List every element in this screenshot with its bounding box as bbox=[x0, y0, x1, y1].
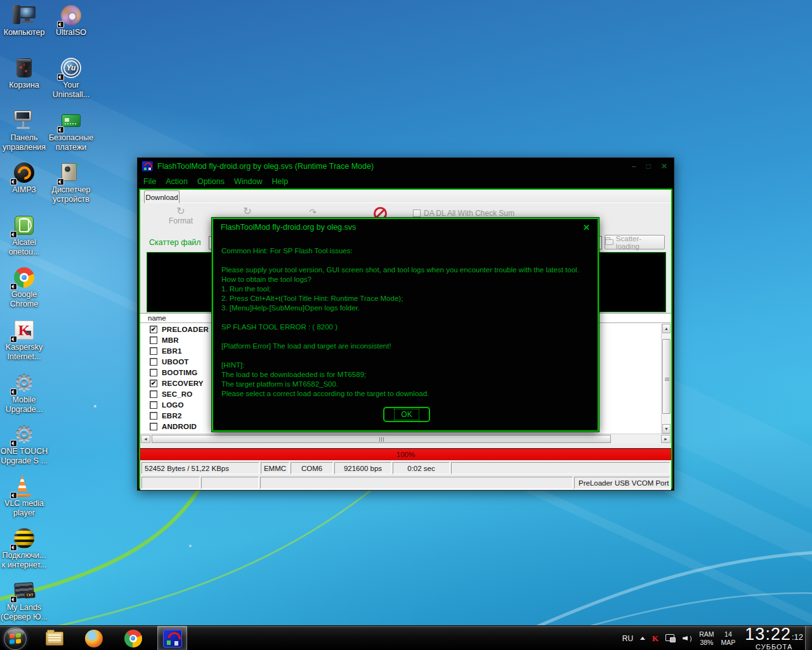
maximize-button[interactable]: □ bbox=[646, 162, 651, 170]
dialog-text-line: [Platform Error] The load and target are… bbox=[221, 342, 590, 352]
taskbar-firefox-button[interactable] bbox=[79, 626, 108, 650]
desktop-icon-alcatel[interactable]: Alcatel onetou... bbox=[0, 214, 48, 257]
menu-file[interactable]: File bbox=[143, 177, 156, 186]
partition-checkbox[interactable]: ✔ bbox=[150, 380, 157, 387]
partition-checkbox[interactable] bbox=[150, 336, 157, 344]
desktop-icon-mobile-upgrade[interactable]: ⚙ Mobile Upgrade... bbox=[0, 371, 48, 415]
scatter-loading-button[interactable]: Scatter-loading bbox=[605, 235, 665, 249]
scroll-down-arrow[interactable]: ▼ bbox=[662, 424, 671, 434]
date-indicator[interactable]: 14 МАР bbox=[721, 630, 736, 646]
menu-window[interactable]: Window bbox=[234, 177, 262, 186]
desktop-icon-aimp3[interactable]: AIMP3 bbox=[0, 161, 48, 195]
alcatel-icon bbox=[11, 214, 37, 237]
desktop-icon-label: Your Uninstall... bbox=[47, 81, 95, 100]
status-bar: 52452 Bytes / 51,22 KBps EMMC COM6 92160… bbox=[140, 461, 671, 475]
partition-checkbox[interactable] bbox=[150, 401, 157, 409]
partition-name: SEC_RO bbox=[162, 390, 193, 398]
partition-checkbox[interactable] bbox=[150, 369, 157, 376]
partition-checkbox[interactable] bbox=[150, 347, 157, 355]
horizontal-scrollbar[interactable]: ◄ ► bbox=[140, 434, 671, 444]
volume-icon[interactable] bbox=[683, 634, 692, 642]
partition-name: EBR1 bbox=[162, 347, 181, 355]
partition-checkbox[interactable] bbox=[150, 358, 157, 366]
taskbar-chrome-button[interactable] bbox=[118, 626, 148, 650]
network-icon[interactable] bbox=[665, 634, 676, 642]
dialog-text-line: SP FLASH TOOL ERROR : ( 8200 ) bbox=[221, 323, 590, 333]
dialog-close-icon[interactable]: ✕ bbox=[583, 223, 590, 232]
taskbar-explorer-button[interactable] bbox=[39, 626, 69, 650]
vertical-scrollbar[interactable]: ▲ ▼ bbox=[661, 324, 671, 434]
menu-options[interactable]: Options bbox=[197, 177, 225, 186]
show-desktop-button[interactable] bbox=[805, 626, 812, 650]
desktop-icon-your-uninstaller[interactable]: Yu Your Uninstall... bbox=[47, 56, 95, 100]
dialog-text-line: Please supply your tool version, GUI scr… bbox=[221, 266, 590, 275]
desktop-icon-my-lands[interactable]: My Lands (Сервер Ю... bbox=[0, 579, 48, 622]
download-button[interactable]: ↻ bbox=[237, 206, 258, 216]
partition-checkbox[interactable]: ✔ bbox=[150, 326, 157, 333]
partition-name: LOGO bbox=[162, 401, 184, 409]
partition-checkbox[interactable] bbox=[150, 423, 157, 430]
desktop-icon-vlc[interactable]: VLC media player bbox=[0, 475, 48, 518]
dialog-text-line: Please select a correct load according t… bbox=[221, 390, 590, 399]
partition-checkbox[interactable] bbox=[150, 412, 157, 420]
status-elapsed-time: 0:02 sec bbox=[393, 462, 450, 474]
status-bytes: 52452 Bytes / 51,22 KBps bbox=[141, 462, 259, 474]
desktop-icon-label: Google Chrome bbox=[0, 290, 48, 309]
gear-icon: ⚙ bbox=[11, 371, 37, 394]
window-titlebar[interactable]: FlashToolMod fly-droid.org by oleg.svs (… bbox=[138, 158, 674, 175]
ok-button[interactable]: OK bbox=[383, 407, 430, 422]
menu-help[interactable]: Help bbox=[272, 177, 288, 186]
scroll-left-arrow[interactable]: ◄ bbox=[141, 435, 150, 443]
your-uninstaller-icon: Yu bbox=[58, 56, 84, 79]
dialog-body: Common Hint: For SP Flash Tool issues: P… bbox=[213, 235, 598, 399]
vlc-icon bbox=[11, 475, 37, 498]
desktop-icon-secure-payments[interactable]: Безопасные платежи bbox=[47, 109, 95, 152]
tab-strip: Download bbox=[140, 190, 671, 203]
language-indicator[interactable]: RU bbox=[622, 634, 633, 643]
da-dl-checkbox-group[interactable]: DA DL All With Check Sum bbox=[413, 209, 514, 218]
kaspersky-tray-icon[interactable]: K bbox=[652, 633, 658, 644]
minimize-button[interactable]: – bbox=[632, 162, 636, 170]
partition-name: BOOTIMG bbox=[162, 369, 197, 376]
partition-name: EBR2 bbox=[162, 412, 181, 420]
vertical-scroll-thumb[interactable] bbox=[662, 339, 671, 414]
format-button[interactable]: ↻ Format bbox=[161, 206, 200, 225]
start-button[interactable] bbox=[4, 627, 27, 650]
desktop-icon-label: Mobile Upgrade... bbox=[0, 395, 48, 415]
desktop-icon-computer[interactable]: Компьютер bbox=[0, 4, 48, 37]
partition-checkbox[interactable] bbox=[150, 390, 157, 398]
desktop-icon-recycle-bin[interactable]: Корзина bbox=[0, 56, 48, 90]
desktop-icon-label: Безопасные платежи bbox=[47, 133, 95, 152]
scroll-right-arrow[interactable]: ► bbox=[661, 435, 671, 443]
status-baud-rate: 921600 bps bbox=[334, 462, 391, 474]
dialog-titlebar[interactable]: FlashToolMod fly-droid.org by oleg.svs ✕ bbox=[213, 219, 598, 235]
dialog-text-line: How to obtain the tool logs? bbox=[221, 275, 590, 285]
dialog-text-line bbox=[221, 333, 590, 342]
clock[interactable]: 13:22 :12 СУББОТА bbox=[745, 626, 803, 650]
desktop-icon-control-panel[interactable]: Панель управления bbox=[0, 109, 48, 152]
desktop-icon-kaspersky[interactable]: K Kaspersky Internet... bbox=[0, 319, 48, 362]
windows-logo-icon bbox=[10, 633, 21, 644]
desktop-icon-label: Kaspersky Internet... bbox=[0, 343, 48, 362]
desktop-icon-label: Подключи... к интернет... bbox=[0, 551, 48, 570]
aimp3-icon bbox=[11, 161, 37, 184]
partition-name: RECOVERY bbox=[162, 380, 204, 387]
show-hidden-icons-arrow[interactable] bbox=[640, 637, 645, 640]
menu-action[interactable]: Action bbox=[166, 177, 188, 186]
desktop-icon-one-touch-upgrade[interactable]: ⚙ ONE TOUCH Upgrade S ... bbox=[0, 423, 48, 466]
taskbar-flashtool-button[interactable] bbox=[157, 626, 187, 650]
scroll-up-arrow[interactable]: ▲ bbox=[662, 324, 671, 333]
window-title: FlashToolMod fly-droid.org by oleg.svs (… bbox=[157, 162, 627, 171]
date-month: МАР bbox=[721, 639, 736, 646]
desktop-icon-device-manager[interactable]: Диспетчер устройств bbox=[47, 161, 95, 204]
da-dl-checkbox[interactable] bbox=[413, 209, 421, 217]
desktop-icon-ultraiso[interactable]: UltraISO bbox=[47, 4, 95, 37]
desktop-icon-label: Alcatel onetou... bbox=[0, 238, 48, 257]
horizontal-scroll-thumb[interactable] bbox=[152, 435, 611, 443]
readback-button[interactable]: ↷ bbox=[302, 208, 324, 216]
status-com-port: COM6 bbox=[291, 462, 333, 474]
desktop-icon-chrome[interactable]: Google Chrome bbox=[0, 266, 48, 309]
tab-download[interactable]: Download bbox=[144, 190, 180, 203]
desktop-icon-beeline-internet[interactable]: Подключи... к интернет... bbox=[0, 527, 48, 570]
close-button[interactable]: ✕ bbox=[661, 162, 667, 170]
